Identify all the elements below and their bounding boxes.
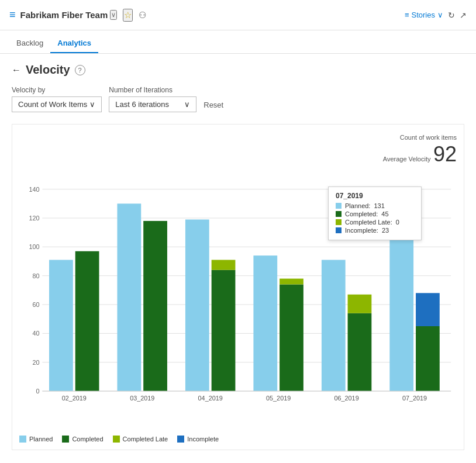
legend: Planned Completed Completed Late Incompl… bbox=[19, 431, 457, 443]
svg-text:60: 60 bbox=[32, 301, 39, 308]
header: ≡ Fabrikam Fiber Team ∨ ☆ ⚇ ≡ Stories ∨ … bbox=[0, 0, 476, 30]
expand-button[interactable]: ↗ bbox=[460, 11, 467, 20]
chart-summary-value: 92 bbox=[433, 142, 457, 166]
team-dropdown-button[interactable]: ∨ bbox=[110, 10, 117, 20]
help-icon[interactable]: ? bbox=[75, 65, 85, 75]
legend-incomplete: Incomplete bbox=[177, 436, 219, 443]
svg-rect-22 bbox=[185, 219, 209, 391]
stories-label: Stories bbox=[412, 11, 435, 19]
svg-text:140: 140 bbox=[29, 186, 39, 193]
reset-button[interactable]: Reset bbox=[203, 98, 223, 112]
svg-text:120: 120 bbox=[29, 215, 39, 222]
legend-completed: Completed bbox=[62, 436, 103, 443]
velocity-by-select[interactable]: Count of Work Items ∨ bbox=[12, 96, 102, 112]
svg-text:0: 0 bbox=[36, 388, 39, 395]
svg-rect-35 bbox=[416, 326, 440, 391]
legend-completed-late: Completed Late bbox=[113, 436, 168, 443]
tab-analytics[interactable]: Analytics bbox=[50, 34, 98, 53]
team-members-button[interactable]: ⚇ bbox=[139, 10, 146, 20]
chart-summary: Count of work items Average Velocity 92 bbox=[19, 132, 457, 167]
svg-text:40: 40 bbox=[32, 330, 39, 337]
legend-completed-late-swatch bbox=[113, 436, 120, 443]
velocity-by-group: Velocity by Count of Work Items ∨ bbox=[12, 86, 102, 112]
svg-rect-16 bbox=[49, 260, 73, 391]
svg-rect-32 bbox=[348, 295, 372, 313]
legend-completed-swatch bbox=[62, 436, 69, 443]
nav-tabs: Backlog Analytics bbox=[0, 30, 476, 54]
app-icon: ≡ bbox=[9, 9, 16, 21]
page-title-row: ← Velocity ? bbox=[12, 63, 464, 77]
svg-rect-20 bbox=[143, 221, 167, 391]
svg-text:02_2019: 02_2019 bbox=[62, 395, 87, 402]
svg-rect-36 bbox=[416, 293, 440, 326]
svg-text:20: 20 bbox=[32, 359, 39, 366]
iterations-value: Last 6 iterations bbox=[115, 100, 169, 109]
svg-rect-28 bbox=[280, 279, 303, 285]
svg-rect-23 bbox=[212, 270, 236, 391]
stories-chevron-icon: ∨ bbox=[437, 11, 443, 19]
svg-text:100: 100 bbox=[29, 243, 39, 250]
iterations-chevron-icon: ∨ bbox=[184, 100, 190, 109]
svg-text:03_2019: 03_2019 bbox=[130, 395, 154, 402]
legend-incomplete-label: Incomplete bbox=[187, 436, 219, 443]
legend-completed-label: Completed bbox=[72, 436, 103, 443]
chart-svg: 02040608010012014002_201903_201904_20190… bbox=[19, 169, 457, 414]
svg-text:80: 80 bbox=[32, 272, 39, 279]
chart-wrapper: 02040608010012014002_201903_201904_20190… bbox=[19, 169, 457, 426]
legend-planned-swatch bbox=[19, 436, 26, 443]
svg-text:07_2019: 07_2019 bbox=[402, 395, 427, 402]
svg-text:05_2019: 05_2019 bbox=[266, 395, 291, 402]
refresh-button[interactable]: ↻ bbox=[448, 11, 455, 20]
svg-rect-30 bbox=[322, 260, 346, 391]
svg-rect-19 bbox=[117, 203, 141, 391]
legend-planned-label: Planned bbox=[29, 436, 53, 443]
back-button[interactable]: ← bbox=[12, 65, 21, 75]
iterations-label: Number of Iterations bbox=[109, 86, 196, 94]
header-right: ≡ Stories ∨ ↻ ↗ bbox=[405, 11, 467, 20]
svg-text:04_2019: 04_2019 bbox=[198, 395, 223, 402]
chart-area: Count of work items Average Velocity 92 … bbox=[12, 124, 464, 450]
chart-summary-label1: Count of work items bbox=[400, 134, 457, 141]
svg-rect-27 bbox=[280, 284, 303, 391]
svg-rect-34 bbox=[389, 202, 413, 391]
favorite-button[interactable]: ☆ bbox=[123, 9, 133, 22]
team-name: Fabrikam Fiber Team bbox=[20, 10, 108, 20]
velocity-by-chevron-icon: ∨ bbox=[89, 100, 95, 109]
tab-backlog[interactable]: Backlog bbox=[9, 34, 50, 53]
filters-row: Velocity by Count of Work Items ∨ Number… bbox=[12, 86, 464, 112]
svg-rect-31 bbox=[348, 313, 372, 391]
page-title: Velocity bbox=[26, 63, 70, 77]
legend-planned: Planned bbox=[19, 436, 53, 443]
svg-text:06_2019: 06_2019 bbox=[334, 395, 359, 402]
velocity-by-label: Velocity by bbox=[12, 86, 102, 94]
legend-completed-late-label: Completed Late bbox=[123, 436, 168, 443]
legend-incomplete-swatch bbox=[177, 436, 184, 443]
chart-summary-label2: Average Velocity bbox=[383, 156, 431, 163]
stories-button[interactable]: ≡ Stories ∨ bbox=[405, 11, 443, 19]
svg-rect-26 bbox=[253, 255, 277, 391]
velocity-by-value: Count of Work Items bbox=[18, 100, 87, 109]
stories-icon: ≡ bbox=[405, 11, 409, 19]
svg-rect-17 bbox=[75, 251, 99, 391]
iterations-select[interactable]: Last 6 iterations ∨ bbox=[109, 96, 196, 112]
svg-rect-24 bbox=[212, 260, 236, 270]
page-content: ← Velocity ? Velocity by Count of Work I… bbox=[0, 54, 476, 459]
iterations-group: Number of Iterations Last 6 iterations ∨ bbox=[109, 86, 196, 112]
